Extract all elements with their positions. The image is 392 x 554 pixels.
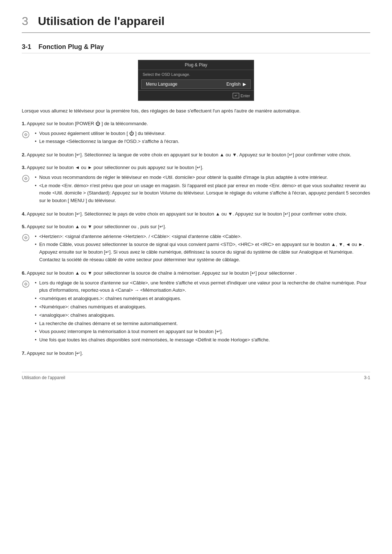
osd-dialog-subtitle: Select the OSD Language. (138, 70, 254, 78)
settings-icon (22, 234, 30, 242)
step-6: 6. Appuyez sur le bouton ▲ ou ▼ pour sél… (22, 270, 370, 345)
bullet-item: Une fois que toutes les chaînes disponib… (33, 336, 370, 344)
step-icon-5 (22, 234, 30, 264)
bullet-item: Vous pouvez interrompre la mémorisation … (33, 328, 370, 336)
step-text-3: 3. Appuyez sur le bouton ◄ ou ► pour sél… (22, 164, 370, 172)
bullet-item: <analogique>: chaînes analogiques. (33, 312, 370, 319)
step-text-2: 2. Appuyez sur le bouton [↵]. Sélectionn… (22, 151, 370, 159)
chapter-title: 3 Utilisation de l'appareil (22, 15, 370, 33)
step-block-3: Nous vous recommandons de régler le télé… (22, 174, 370, 205)
chapter-title-text: Utilisation de l'appareil (38, 15, 164, 28)
step-block-1: Vous pouvez également utiliser le bouton… (22, 130, 370, 147)
osd-dialog-footer: ↵ Enter (138, 90, 254, 100)
step-7: 7. Appuyez sur le bouton [↵]. (22, 350, 370, 357)
step-icon-3 (22, 175, 30, 205)
osd-arrow-icon: ▶ (243, 82, 246, 87)
section-title: 3-1 Fonction Plug & Play (22, 43, 370, 53)
step-block-5: <Hertzien>: <signal d'antenne aérienne <… (22, 233, 370, 264)
osd-menu-language-value: English (226, 82, 241, 87)
bullet-item: Le message <Sélectionnez la langue de l'… (33, 138, 370, 145)
step-bullets-1: Vous pouvez également utiliser le bouton… (33, 130, 370, 147)
step-block-6: Lors du réglage de la source d'antenne s… (22, 279, 370, 345)
bullet-item: La recherche de chaînes démarre et se te… (33, 320, 370, 328)
step-1: 1. Appuyez sur le bouton [POWER ⏻ ] de l… (22, 120, 370, 146)
page-footer: Utilisation de l'appareil 3-1 (22, 372, 370, 380)
footer-left: Utilisation de l'appareil (22, 375, 65, 380)
step-icon-1 (22, 131, 30, 147)
step-3: 3. Appuyez sur le bouton ◄ ou ► pour sél… (22, 164, 370, 205)
step-2: 2. Appuyez sur le bouton [↵]. Sélectionn… (22, 151, 370, 159)
step-text-1: 1. Appuyez sur le bouton [POWER ⏻ ] de l… (22, 120, 370, 128)
bullet-item: <numériques et analogiques.>: chaînes nu… (33, 295, 370, 303)
settings-icon (22, 131, 30, 139)
step-text-5: 5. Appuyez sur le bouton ▲ ou ▼ pour sél… (22, 223, 370, 231)
step-text-7: 7. Appuyez sur le bouton [↵]. (22, 350, 370, 357)
bullet-item: En mode Câble, vous pouvez sélectionner … (33, 241, 370, 263)
section-number: 3-1 (22, 43, 31, 50)
osd-footer-label: Enter (241, 94, 250, 98)
bullet-item: <Numérique>: chaînes numériques et analo… (33, 303, 370, 311)
step-text-4: 4. Appuyez sur le bouton [↵]. Sélectionn… (22, 210, 370, 218)
settings-icon (22, 175, 30, 182)
step-5: 5. Appuyez sur le bouton ▲ ou ▼ pour sél… (22, 223, 370, 264)
bullet-item: Lors du réglage de la source d'antenne s… (33, 279, 370, 295)
settings-icon (22, 280, 30, 288)
step-bullets-6: Lors du réglage de la source d'antenne s… (33, 279, 370, 345)
bullet-item: Vous pouvez également utiliser le bouton… (33, 130, 370, 138)
step-bullets-5: <Hertzien>: <signal d'antenne aérienne <… (33, 233, 370, 264)
osd-menu-language-row: Menu Language English ▶ (141, 79, 251, 89)
enter-icon: ↵ (233, 93, 239, 98)
bullet-item: <Le mode <Enr. démo> n'est prévu que pou… (33, 182, 370, 205)
step-4: 4. Appuyez sur le bouton [↵]. Sélectionn… (22, 210, 370, 218)
osd-dialog-title: Plug & Play (138, 60, 254, 70)
steps-container: 1. Appuyez sur le bouton [POWER ⏻ ] de l… (22, 120, 370, 357)
step-icon-6 (22, 280, 30, 345)
footer-right: 3-1 (364, 375, 370, 380)
chapter-number: 3 (22, 15, 28, 28)
step-text-6: 6. Appuyez sur le bouton ▲ ou ▼ pour sél… (22, 270, 370, 277)
bullet-item: <Hertzien>: <signal d'antenne aérienne <… (33, 233, 370, 241)
step-bullets-3: Nous vous recommandons de régler le télé… (33, 174, 370, 205)
section-title-text: Fonction Plug & Play (38, 43, 104, 50)
bullet-item: Nous vous recommandons de régler le télé… (33, 174, 370, 181)
osd-menu-language-label: Menu Language (146, 82, 226, 87)
osd-dialog: Plug & Play Select the OSD Language. Men… (138, 60, 254, 101)
intro-text: Lorsque vous allumez le téléviseur pour … (22, 107, 370, 115)
